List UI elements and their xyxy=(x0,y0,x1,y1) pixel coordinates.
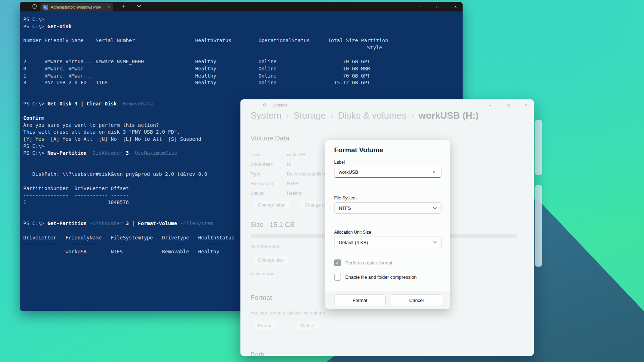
powershell-icon: >_ xyxy=(43,5,48,10)
dialog-footer: Format Cancel xyxy=(325,291,450,309)
file-system-value: NTFS xyxy=(339,205,351,211)
compression-label: Enable file and folder compression xyxy=(345,274,416,280)
label-input[interactable] xyxy=(334,167,441,178)
compression-checkbox[interactable] xyxy=(334,274,341,281)
dialog-format-button[interactable]: Format xyxy=(334,294,386,306)
terminal-titlebar: >_ Administrator: Windows Pow × + − □ × xyxy=(20,2,463,11)
tab-dropdown-icon[interactable] xyxy=(137,5,141,8)
wallpaper-strip xyxy=(535,185,542,267)
terminal-tab[interactable]: >_ Administrator: Windows Pow × xyxy=(40,3,113,11)
terminal-close-button[interactable]: × xyxy=(448,2,463,11)
terminal-maximize-button[interactable]: □ xyxy=(430,2,445,11)
dialog-cancel-button[interactable]: Cancel xyxy=(391,294,442,306)
chevron-down-icon xyxy=(433,241,437,244)
file-system-label: File System xyxy=(334,195,357,200)
quick-format-checkbox: ✓ xyxy=(334,259,341,266)
terminal-tab-title: Administrator: Windows Pow xyxy=(51,5,105,9)
format-volume-dialog: Format Volume Label × File System NTFS A… xyxy=(325,139,450,309)
terminal-line xyxy=(23,30,460,37)
quick-format-label: Perform a quick format xyxy=(345,260,392,266)
desktop: >_ Administrator: Windows Pow × + − □ × … xyxy=(0,0,644,362)
chevron-down-icon xyxy=(433,207,437,209)
tab-close-icon[interactable]: × xyxy=(107,5,110,10)
terminal-minimize-button[interactable]: − xyxy=(412,2,428,11)
new-tab-button[interactable]: + xyxy=(122,3,125,9)
settings-window: ← ⚙ Settings − □ × System › Storage › Di… xyxy=(240,99,534,356)
terminal-line: ------ ------------- ------------- -----… xyxy=(23,51,460,59)
terminal-line: PS C:\> xyxy=(23,16,460,23)
label-field-label: Label xyxy=(334,160,345,165)
wallpaper-strip xyxy=(535,120,542,175)
quick-format-row: ✓ Perform a quick format xyxy=(334,259,392,266)
terminal-line: 0 VMware, VMwar... Healthy Online 10 GB … xyxy=(23,65,460,73)
allocation-unit-label: Allocation Unit Size xyxy=(334,230,371,235)
terminal-line: 2 VMware Virtua... VMware NVME_0000 Heal… xyxy=(23,58,460,65)
terminal-line: 1 VMware, VMwar... Healthy Online 70 GB … xyxy=(23,73,460,80)
compression-row: Enable file and folder compression xyxy=(334,274,416,281)
terminal-line: 3 PNY USB 2.0 FD 1169 Healthy Online 15.… xyxy=(23,79,460,86)
clear-input-icon[interactable]: × xyxy=(433,169,435,174)
dialog-title: Format Volume xyxy=(334,146,383,154)
terminal-line: PS C:\> Get-Disk xyxy=(23,23,460,30)
allocation-unit-value: Default (4 KB) xyxy=(339,240,368,245)
file-system-dropdown[interactable]: NTFS xyxy=(334,202,441,214)
terminal-line xyxy=(23,86,460,94)
allocation-unit-dropdown[interactable]: Default (4 KB) xyxy=(334,237,441,248)
terminal-line: Number Friendly Name Serial Number Healt… xyxy=(23,37,460,44)
admin-shield-icon xyxy=(32,4,37,9)
terminal-line: Style xyxy=(23,44,460,51)
